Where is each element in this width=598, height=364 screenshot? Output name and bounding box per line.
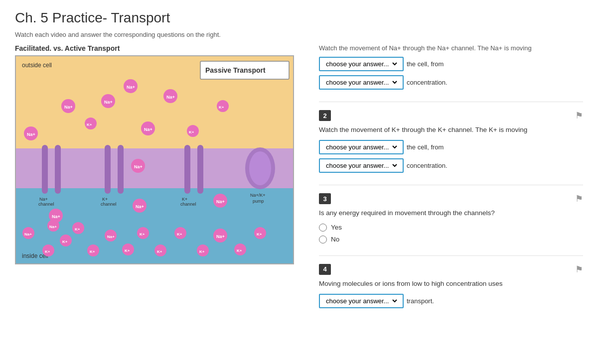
q2-dropdown2[interactable]: choose your answer... high low: [324, 161, 399, 170]
q1-dropdown1[interactable]: choose your answer... into out of: [324, 60, 399, 68]
q4-dropdown[interactable]: choose your answer... active passive: [324, 297, 399, 305]
svg-text:K+: K+: [157, 249, 162, 254]
svg-text:K+: K+: [237, 248, 242, 253]
video-label: Facilitated. vs. Active Transport: [15, 44, 304, 52]
svg-text:K+: K+: [257, 232, 262, 237]
q2-answer2-row: choose your answer... high low concentra…: [319, 158, 583, 173]
svg-text:Na+: Na+: [166, 95, 175, 100]
q2-suffix1: the cell, from: [407, 143, 444, 151]
svg-text:channel: channel: [180, 202, 196, 207]
q3-radio-no[interactable]: [319, 236, 327, 243]
q2-select2[interactable]: choose your answer... high low: [319, 158, 404, 173]
flag-icon-q4[interactable]: ⚑: [575, 264, 583, 275]
svg-text:Na+: Na+: [107, 235, 115, 239]
q4-select[interactable]: choose your answer... active passive: [319, 294, 404, 308]
content-row: Facilitated. vs. Active Transport outsid…: [15, 44, 583, 320]
q1-dropdown2[interactable]: choose your answer... high low: [324, 78, 399, 87]
svg-point-20: [249, 151, 271, 185]
svg-text:channel: channel: [38, 202, 54, 207]
svg-text:Na+: Na+: [136, 204, 144, 209]
svg-rect-12: [118, 145, 124, 194]
svg-rect-15: [184, 145, 190, 194]
q2-question-text: Watch the movement of K+ through the K+ …: [319, 125, 583, 135]
q1-suffix2: concentration.: [407, 79, 448, 86]
svg-text:K+: K+: [102, 197, 108, 202]
svg-text:Na+: Na+: [216, 234, 225, 239]
svg-text:K+: K+: [62, 240, 68, 244]
q2-select1[interactable]: choose your answer... into out of: [319, 140, 404, 154]
svg-text:K+: K+: [90, 249, 95, 254]
q3-option-no[interactable]: No: [319, 236, 583, 243]
svg-text:K+: K+: [45, 249, 50, 254]
section-intro: Watch the movement of Na+ through the Na…: [319, 44, 583, 52]
q3-header: 3 ⚑: [319, 193, 583, 204]
q3-radio-yes[interactable]: [319, 224, 327, 232]
q4-number-badge: 4: [319, 264, 331, 275]
svg-text:Na+: Na+: [216, 199, 225, 204]
q3-yes-label: Yes: [331, 224, 342, 231]
svg-text:Na+: Na+: [64, 105, 73, 110]
svg-text:K+: K+: [125, 248, 130, 253]
q1-select1[interactable]: choose your answer... into out of: [319, 57, 404, 71]
svg-text:Na+: Na+: [104, 100, 113, 105]
svg-text:K+: K+: [140, 232, 145, 237]
q2-suffix2: concentration.: [407, 162, 448, 169]
question-section-3: 3 ⚑ Is any energy required in movement t…: [319, 193, 583, 243]
q3-no-label: No: [331, 236, 339, 243]
right-panel: Watch the movement of Na+ through the Na…: [319, 44, 583, 320]
question-section-4: 4 ⚑ Moving molecules or ions from low to…: [319, 264, 583, 308]
svg-text:K+: K+: [219, 105, 224, 110]
divider-1: [319, 102, 583, 102]
svg-rect-11: [105, 145, 111, 194]
q1-select2[interactable]: choose your answer... high low: [319, 75, 404, 90]
q2-dropdown1[interactable]: choose your answer... into out of: [324, 143, 399, 151]
page-title: Ch. 5 Practice- Transport: [15, 10, 583, 26]
q2-answer1-row: choose your answer... into out of the ce…: [319, 140, 583, 154]
svg-text:Na+: Na+: [127, 85, 135, 90]
cell-illustration: outside cell inside cell Passive Transpo…: [16, 56, 294, 264]
q4-answer-row: choose your answer... active passive tra…: [319, 294, 583, 308]
q3-question-text: Is any energy required in movement throu…: [319, 208, 583, 218]
svg-rect-8: [55, 145, 61, 194]
svg-text:K+: K+: [182, 197, 187, 202]
svg-text:Passive Transport: Passive Transport: [205, 66, 266, 74]
svg-text:Na+: Na+: [144, 127, 152, 132]
q4-header: 4 ⚑: [319, 264, 583, 275]
svg-text:K+: K+: [189, 130, 194, 134]
divider-3: [319, 255, 583, 256]
q3-option-yes[interactable]: Yes: [319, 224, 583, 232]
svg-rect-7: [42, 145, 48, 194]
svg-text:Na+: Na+: [39, 197, 48, 202]
video-frame: outside cell inside cell Passive Transpo…: [15, 55, 294, 264]
q1-suffix1: the cell, from: [407, 60, 444, 68]
svg-rect-16: [197, 145, 203, 194]
q1-answer1-row: choose your answer... into out of the ce…: [319, 57, 583, 71]
divider-2: [319, 185, 583, 185]
flag-icon-q3[interactable]: ⚑: [575, 193, 583, 204]
svg-text:K+: K+: [177, 232, 182, 237]
svg-text:outside cell: outside cell: [22, 62, 52, 69]
svg-text:Na+: Na+: [52, 214, 60, 219]
q2-number-badge: 2: [319, 110, 331, 121]
svg-text:K+: K+: [199, 249, 205, 254]
svg-text:Na+: Na+: [134, 164, 143, 169]
subtitle: Watch each video and answer the correspo…: [15, 31, 583, 38]
svg-text:Na+: Na+: [49, 225, 57, 229]
svg-text:Na+: Na+: [24, 232, 32, 237]
svg-text:Na+: Na+: [27, 132, 35, 137]
svg-text:K+: K+: [75, 227, 80, 232]
svg-text:Na+/K+: Na+/K+: [250, 193, 266, 198]
svg-text:pump: pump: [253, 199, 264, 204]
q4-question-text: Moving molecules or ions from low to hig…: [319, 279, 583, 289]
page-container: Ch. 5 Practice- Transport Watch each vid…: [0, 0, 598, 330]
question-section-2: 2 ⚑ Watch the movement of K+ through the…: [319, 110, 583, 173]
q3-number-badge: 3: [319, 193, 331, 204]
q1-answer2-row: choose your answer... high low concentra…: [319, 75, 583, 90]
flag-icon-q2[interactable]: ⚑: [575, 110, 583, 121]
q4-suffix: transport.: [407, 297, 434, 305]
svg-text:K+: K+: [87, 122, 92, 127]
q2-header: 2 ⚑: [319, 110, 583, 121]
left-panel: Facilitated. vs. Active Transport outsid…: [15, 44, 304, 264]
svg-text:channel: channel: [101, 202, 117, 207]
question-section-1: Watch the movement of Na+ through the Na…: [319, 44, 583, 90]
